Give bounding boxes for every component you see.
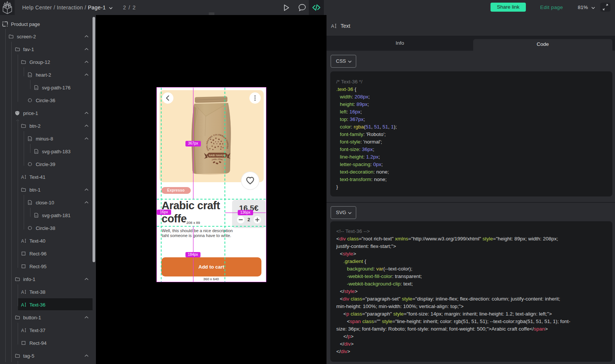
svg-text:A: A xyxy=(331,23,334,29)
